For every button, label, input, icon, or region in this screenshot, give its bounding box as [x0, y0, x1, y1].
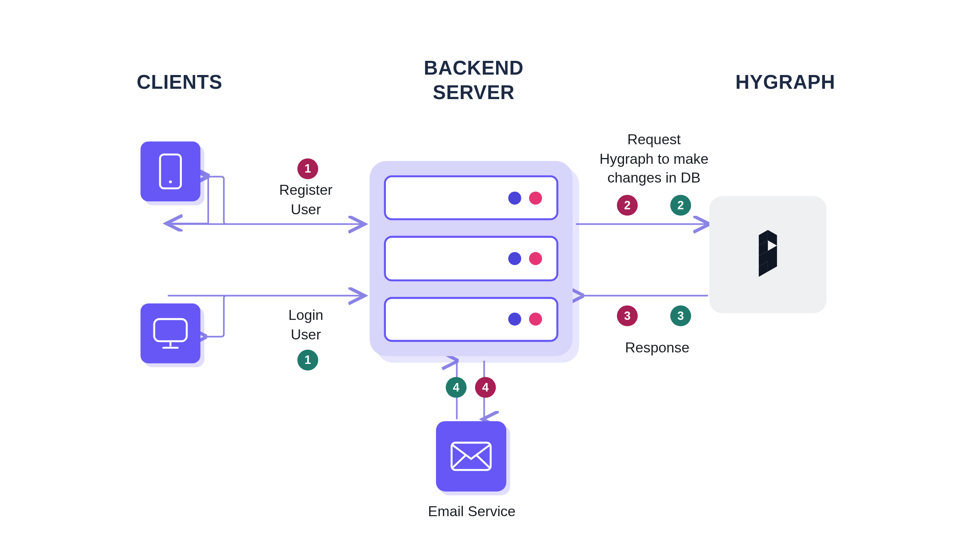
svg-rect-15: [452, 443, 491, 470]
step-badge-4-teal: 4: [446, 377, 466, 398]
step-badge-3-teal: 3: [670, 305, 691, 326]
step-badge-1-pink: 1: [297, 158, 318, 179]
server-row: [384, 297, 559, 342]
step-badge-4-pink: 4: [475, 377, 496, 398]
mail-icon: [450, 441, 493, 472]
status-dot-blue: [508, 313, 521, 326]
step-badge-2-teal: 2: [670, 195, 691, 215]
diagram-canvas: CLIENTS BACKEND SERVER HYGRAPH: [0, 0, 980, 551]
label-response: Response: [618, 338, 696, 357]
email-service-tile: [436, 421, 506, 492]
hygraph-box: [709, 196, 826, 313]
mobile-icon: [159, 153, 182, 189]
hygraph-logo-icon: [750, 223, 786, 286]
step-badge-2-pink: 2: [617, 195, 638, 215]
svg-marker-12: [768, 230, 777, 246]
client-desktop-tile: [140, 303, 200, 363]
label-email: Email Service: [423, 502, 521, 521]
label-login: Login User: [273, 305, 338, 344]
step-badge-3-pink: 3: [617, 305, 638, 326]
label-register: Register User: [273, 181, 338, 219]
server-row: [384, 175, 559, 220]
step-badge-1-teal: 1: [297, 350, 318, 370]
status-dot-pink: [529, 191, 542, 204]
heading-hygraph: HYGRAPH: [735, 70, 835, 95]
desktop-icon: [152, 316, 189, 350]
label-request: Request Hygraph to make changes in DB: [586, 130, 722, 187]
backend-server-box: [370, 161, 573, 356]
server-row: [384, 236, 559, 281]
status-dot-blue: [508, 191, 521, 204]
svg-point-5: [169, 180, 172, 183]
heading-clients: CLIENTS: [137, 70, 222, 95]
svg-rect-6: [154, 319, 187, 341]
status-dot-pink: [529, 313, 542, 326]
heading-backend: BACKEND SERVER: [409, 55, 539, 104]
status-dot-blue: [508, 252, 521, 265]
client-mobile-tile: [140, 142, 200, 201]
status-dot-pink: [529, 252, 542, 265]
